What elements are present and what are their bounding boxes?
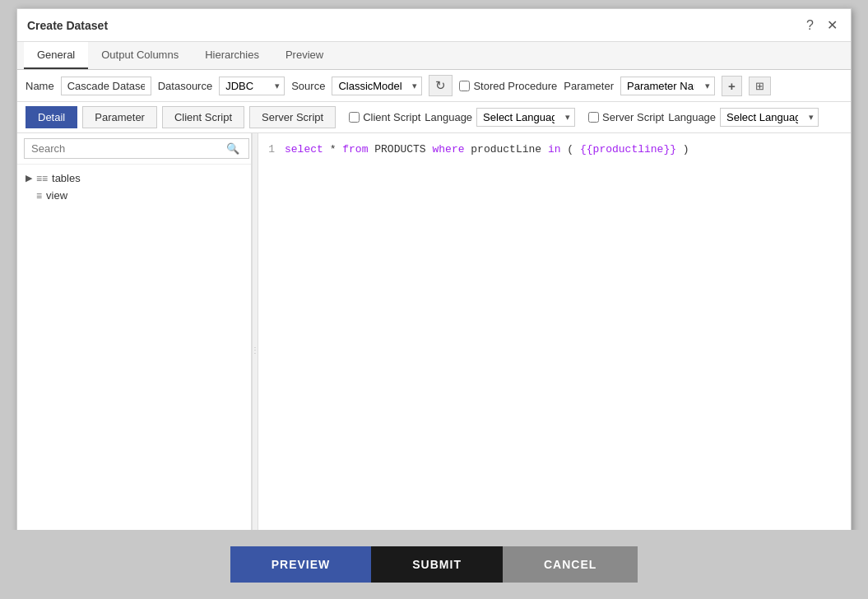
sql-products: PRODUCTS — [374, 143, 432, 156]
client-script-checkbox[interactable] — [349, 112, 360, 123]
stored-procedure-checkbox[interactable] — [459, 81, 470, 91]
sub-toolbar: Detail Parameter Client Script Server Sc… — [17, 102, 851, 133]
divider-handle[interactable]: ⋮ — [252, 133, 258, 567]
cancel-button[interactable]: CANCEL — [503, 546, 638, 583]
datasource-select-wrapper: JDBC — [219, 77, 285, 95]
dialog-title: Create Dataset — [27, 19, 108, 32]
tree-area: ▶ ≡≡ tables ▶ ≡ view — [17, 165, 251, 567]
datasource-select[interactable]: JDBC — [219, 77, 285, 95]
client-script-checkbox-label[interactable]: Client Script — [349, 111, 420, 123]
server-script-tab-btn[interactable]: Server Script — [249, 106, 336, 128]
left-panel: 🔍 ▶ ≡≡ tables ▶ ≡ view — [17, 133, 252, 567]
tab-general[interactable]: General — [24, 42, 88, 69]
tree-item-tables[interactable]: ▶ ≡≡ tables — [24, 169, 244, 187]
view-icon: ≡ — [36, 190, 42, 202]
sql-template-productline: {{productline}} — [580, 143, 676, 156]
sql-productline: productLine — [471, 143, 548, 156]
line-number-1: 1 — [258, 142, 275, 158]
parameter-tab-btn[interactable]: Parameter — [82, 106, 157, 128]
code-line-1: 1 select * from PRODUCTS where productLi… — [258, 142, 842, 158]
refresh-button[interactable]: ↻ — [429, 75, 453, 96]
tab-output-columns[interactable]: Output Columns — [88, 42, 192, 69]
server-language-select-wrapper: Select Language — [720, 108, 819, 127]
client-language-select[interactable]: Select Language — [476, 108, 575, 127]
client-script-tab-btn[interactable]: Client Script — [162, 106, 244, 128]
sql-paren-open: ( — [567, 143, 573, 156]
sql-in: in — [548, 143, 561, 156]
tables-icon: ≡≡ — [36, 173, 48, 184]
search-box: 🔍 — [17, 133, 251, 165]
sql-star: * — [330, 143, 343, 156]
columns-button[interactable]: ⊞ — [749, 77, 771, 95]
stored-procedure-checkbox-label[interactable]: Stored Procedure — [459, 80, 557, 92]
source-select-wrapper: ClassicModels — [332, 77, 422, 95]
submit-button[interactable]: SUBMIT — [371, 546, 503, 583]
server-language-select[interactable]: Select Language — [720, 108, 819, 127]
sql-from: from — [342, 143, 368, 156]
tab-preview[interactable]: Preview — [272, 42, 337, 69]
tab-hierarchies[interactable]: Hierarchies — [192, 42, 272, 69]
parameter-select-wrapper: Parameter Name — [620, 77, 715, 95]
view-label: view — [46, 189, 67, 202]
footer: PREVIEW SUBMIT CANCEL — [0, 530, 868, 599]
close-button[interactable]: ✕ — [824, 16, 841, 35]
server-script-checkbox-label[interactable]: Server Script — [588, 111, 664, 123]
name-input[interactable] — [61, 77, 151, 95]
datasource-label: Datasource — [158, 80, 212, 92]
name-label: Name — [26, 80, 54, 92]
code-text-1: select * from PRODUCTS where productLine… — [285, 142, 689, 158]
sql-where: where — [432, 143, 464, 156]
main-tabs-bar: General Output Columns Hierarchies Previ… — [17, 42, 851, 70]
help-button[interactable]: ? — [803, 16, 817, 35]
client-language-label: Language — [425, 111, 472, 123]
search-input[interactable] — [24, 138, 249, 159]
editor-panel: 1 select * from PRODUCTS where productLi… — [258, 133, 851, 567]
tree-toggle-tables: ▶ — [26, 173, 32, 183]
server-language-label: Language — [668, 111, 716, 123]
tables-label: tables — [52, 172, 81, 184]
sql-paren-close: ) — [683, 143, 689, 156]
source-select[interactable]: ClassicModels — [332, 77, 422, 95]
parameter-name-select[interactable]: Parameter Name — [620, 77, 715, 95]
add-button[interactable]: + — [722, 76, 742, 96]
sql-select: select — [285, 143, 323, 156]
source-label: Source — [291, 80, 325, 92]
client-language-select-wrapper: Select Language — [476, 108, 575, 127]
detail-tab-btn[interactable]: Detail — [26, 106, 77, 128]
code-editor[interactable]: 1 select * from PRODUCTS where productLi… — [258, 133, 851, 567]
server-script-checkbox[interactable] — [588, 112, 599, 123]
preview-button[interactable]: PREVIEW — [230, 546, 372, 583]
tree-item-view[interactable]: ▶ ≡ view — [24, 187, 244, 204]
parameter-label: Parameter — [564, 80, 614, 92]
main-content: 🔍 ▶ ≡≡ tables ▶ ≡ view ⋮ — [17, 133, 851, 567]
toolbar: Name Datasource JDBC Source ClassicModel… — [17, 70, 851, 102]
